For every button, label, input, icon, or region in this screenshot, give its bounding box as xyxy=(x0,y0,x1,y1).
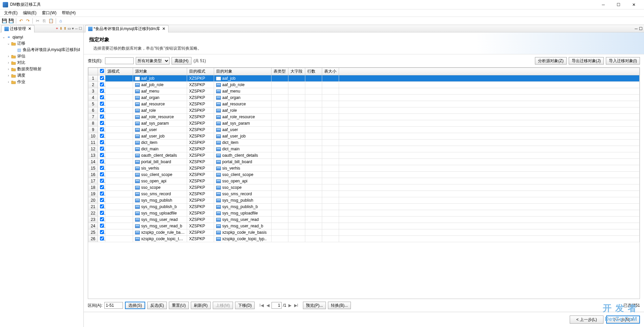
table-row[interactable]: 4 aaf_organ XZSPKP aaf_organ xyxy=(88,95,640,101)
minimize-pane-icon[interactable]: ─ xyxy=(75,27,78,31)
table-row[interactable]: 1 aaf_job XZSPKP aaf_job xyxy=(88,75,640,82)
row-checkbox[interactable] xyxy=(100,102,104,106)
row-checkbox[interactable] xyxy=(100,192,104,196)
tree-root[interactable]: ⌄ ⚭ qianyi xyxy=(0,34,83,40)
save-all-icon[interactable]: 💾 xyxy=(8,18,14,24)
export-icon[interactable]: ⬆ xyxy=(63,26,67,31)
close-icon[interactable]: ✕ xyxy=(162,26,165,31)
row-checkbox[interactable] xyxy=(100,134,104,138)
prev-page-icon[interactable]: ◀ xyxy=(266,303,270,308)
redo-icon[interactable]: ↷ xyxy=(25,18,31,24)
cut-icon[interactable]: ✂ xyxy=(34,18,41,24)
column-header[interactable] xyxy=(88,68,98,75)
row-checkbox[interactable] xyxy=(100,172,104,176)
column-header[interactable]: 目的模式 xyxy=(187,68,214,75)
first-page-icon[interactable]: I◀ xyxy=(259,303,264,308)
row-checkbox[interactable] xyxy=(100,185,104,189)
row-checkbox[interactable] xyxy=(100,153,104,157)
column-header[interactable]: 目的对象 xyxy=(214,68,272,75)
minimize-pane-icon[interactable]: ─ xyxy=(635,26,638,31)
reset-button[interactable]: 重置(U) xyxy=(169,302,189,309)
collapse-icon[interactable]: ▭ xyxy=(68,26,71,31)
row-checkbox[interactable] xyxy=(100,95,104,99)
table-row[interactable]: 9 aaf_user XZSPKP aaf_user xyxy=(88,127,640,133)
moveup-button[interactable]: 上移(M) xyxy=(213,302,233,309)
last-page-icon[interactable]: ▶I xyxy=(293,303,299,308)
row-checkbox[interactable] xyxy=(100,159,104,164)
table-row[interactable]: 20 sys_msg_publish XZSPKP sys_msg_publis… xyxy=(88,197,640,204)
home-icon[interactable]: ⌂ xyxy=(58,18,64,24)
menu-icon[interactable]: ▾ xyxy=(72,26,74,31)
column-header[interactable] xyxy=(98,68,105,75)
menu-help[interactable]: 帮助(H) xyxy=(59,9,78,17)
column-header[interactable]: 源对象 xyxy=(133,68,187,75)
row-checkbox[interactable] xyxy=(100,230,104,234)
refresh-button[interactable]: 刷新(R) xyxy=(191,302,211,309)
tree-folder[interactable]: ›作业 xyxy=(0,79,83,85)
row-checkbox[interactable] xyxy=(100,82,104,86)
row-checkbox[interactable] xyxy=(100,147,104,151)
table-row[interactable]: 19 sso_sms_record XZSPKP sso_sms_record xyxy=(88,191,640,197)
range-input[interactable] xyxy=(104,302,123,309)
convert-button[interactable]: 转换(B)... xyxy=(328,302,351,309)
tree-folder[interactable]: ›数据类型映射 xyxy=(0,66,83,72)
table-row[interactable]: 17 sso_open_api XZSPKP sso_open_api xyxy=(88,178,640,184)
import-button[interactable]: 导入迁移对象(I) xyxy=(606,57,640,65)
paste-icon[interactable]: 📋 xyxy=(48,18,54,24)
column-header[interactable]: 源模式 xyxy=(105,68,133,75)
tree-item[interactable]: ▤食品考评项目从mysql库迁移到d xyxy=(0,47,83,53)
row-checkbox[interactable] xyxy=(100,140,104,144)
select-all-checkbox[interactable] xyxy=(100,69,104,73)
table-row[interactable]: 24 sys_msg_user_read_b XZSPKP sys_msg_us… xyxy=(88,223,640,229)
row-checkbox[interactable] xyxy=(100,211,104,215)
row-checkbox[interactable] xyxy=(100,76,104,80)
table-row[interactable]: 3 aaf_menu XZSPKP aaf_menu xyxy=(88,88,640,95)
export-button[interactable]: 导出迁移对象(J) xyxy=(569,57,604,65)
table-row[interactable]: 14 portal_bill_board XZSPKP portal_bill_… xyxy=(88,159,640,165)
table-row[interactable]: 23 sys_msg_user_read XZSPKP sys_msg_user… xyxy=(88,217,640,223)
row-checkbox[interactable] xyxy=(100,166,104,170)
expand-icon[interactable]: › xyxy=(6,80,11,84)
column-header[interactable]: 大字段 xyxy=(288,68,305,75)
row-checkbox[interactable] xyxy=(100,217,104,221)
table-row[interactable]: 18 sso_scope XZSPKP sso_scope xyxy=(88,184,640,191)
tree-folder[interactable]: ⌄迁移 xyxy=(0,40,83,47)
menu-file[interactable]: 文件(E) xyxy=(1,9,20,17)
editor-tab[interactable]: *食品考评项目从mysql库迁移到dm库 ✕ xyxy=(85,25,169,32)
table-row[interactable]: 6 aaf_role XZSPKP aaf_role xyxy=(88,107,640,114)
select-button[interactable]: 选择(S) xyxy=(125,302,145,309)
page-input[interactable] xyxy=(272,302,282,309)
undo-icon[interactable]: ↶ xyxy=(18,18,24,24)
table-row[interactable]: 13 oauth_client_details XZSPKP oauth_cli… xyxy=(88,152,640,159)
tree-folder[interactable]: ›对比 xyxy=(0,59,83,66)
import-icon[interactable]: ⬇ xyxy=(59,26,62,31)
back-button[interactable]: < 上一步(L) xyxy=(570,316,603,324)
table-row[interactable]: 11 dict_item XZSPKP dict_item xyxy=(88,140,640,146)
column-header[interactable]: 表大小 xyxy=(322,68,339,75)
table-row[interactable]: 21 sys_msg_publish_b XZSPKP sys_msg_publ… xyxy=(88,204,640,210)
table-row[interactable]: 10 aaf_user_job XZSPKP aaf_user_job xyxy=(88,133,640,140)
next-page-icon[interactable]: ▶ xyxy=(288,303,292,308)
preview-button[interactable]: 预览(P)... xyxy=(303,302,326,309)
column-header[interactable]: 表类型 xyxy=(272,68,288,75)
row-checkbox[interactable] xyxy=(100,115,104,119)
sidebar-tab-migration[interactable]: 迁移管理 ✕ xyxy=(1,25,34,32)
row-checkbox[interactable] xyxy=(100,108,104,112)
close-icon[interactable]: ✕ xyxy=(28,26,31,31)
expand-icon[interactable]: › xyxy=(6,74,11,77)
table-row[interactable]: 15 sis_verhis XZSPKP sis_verhis xyxy=(88,165,640,172)
next-button[interactable]: 下一步(N) > xyxy=(606,316,640,324)
analyze-button[interactable]: 分析源对象(Z) xyxy=(535,57,566,65)
maximize-pane-icon[interactable]: ☐ xyxy=(639,26,643,31)
maximize-button[interactable]: ☐ xyxy=(611,0,626,9)
row-checkbox[interactable] xyxy=(100,198,104,202)
tree-folder[interactable]: ›调度 xyxy=(0,72,83,79)
row-checkbox[interactable] xyxy=(100,179,104,183)
table-row[interactable]: 22 sys_msg_uploadfile XZSPKP sys_msg_upl… xyxy=(88,210,640,217)
table-row[interactable]: 7 aaf_role_resource XZSPKP aaf_role_reso… xyxy=(88,114,640,120)
tree-folder[interactable]: ›评估 xyxy=(0,53,83,59)
row-checkbox[interactable] xyxy=(100,121,104,125)
copy-icon[interactable]: ⎘ xyxy=(41,18,47,24)
table-row[interactable]: 2 aaf_job_role XZSPKP aaf_job_role xyxy=(88,82,640,88)
close-button[interactable]: ✕ xyxy=(626,0,641,9)
